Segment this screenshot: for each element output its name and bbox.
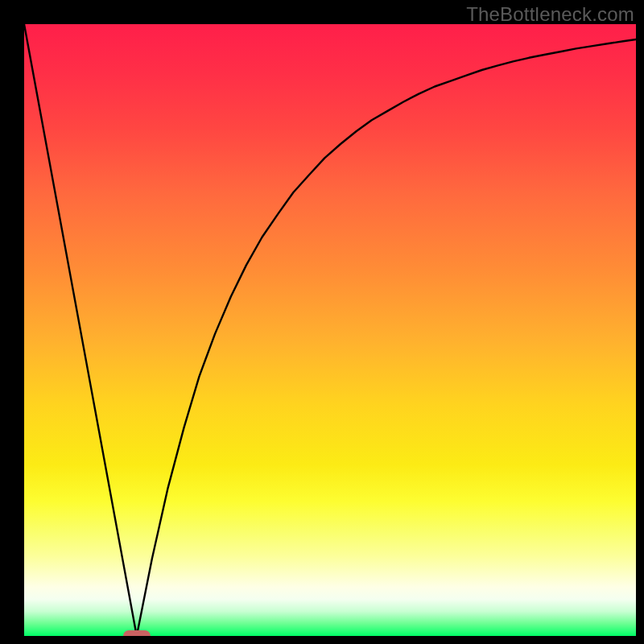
bottleneck-curve <box>24 24 636 636</box>
chart-frame: TheBottleneck.com <box>0 0 644 644</box>
plot-area <box>24 24 636 636</box>
watermark-text: TheBottleneck.com <box>466 3 634 26</box>
optimal-marker <box>123 630 151 636</box>
curve-layer <box>24 24 636 636</box>
